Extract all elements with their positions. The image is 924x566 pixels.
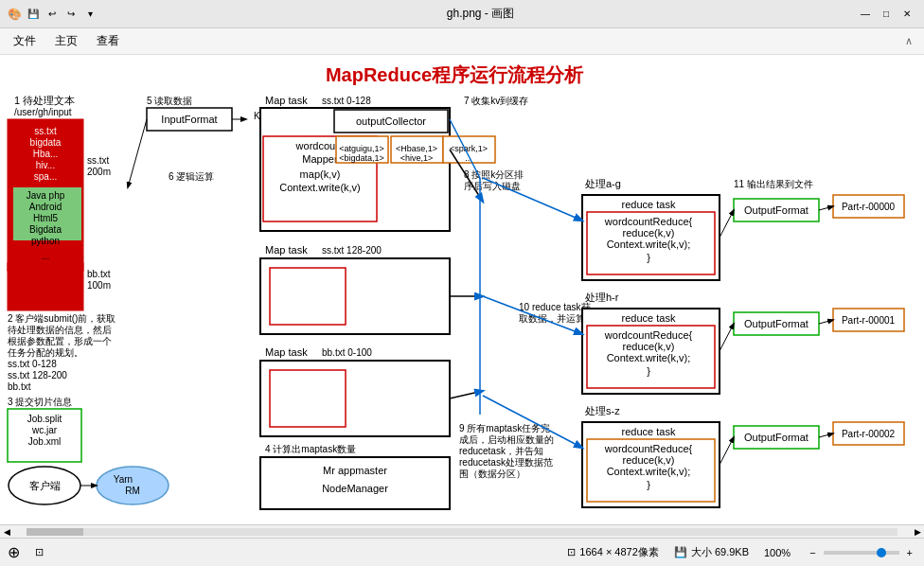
svg-text:Job.split: Job.split: [27, 414, 62, 424]
svg-text:hiv...: hiv...: [36, 160, 55, 170]
svg-text:11 输出结果到文件: 11 输出结果到文件: [734, 179, 813, 189]
svg-text:RM: RM: [125, 486, 140, 496]
svg-text:...: ...: [42, 251, 49, 261]
svg-text:Context.write(k,v);: Context.write(k,v);: [607, 466, 691, 477]
svg-line-130: [819, 206, 833, 210]
svg-text:ss.txt 128-200: ss.txt 128-200: [8, 370, 67, 380]
svg-text:bb.txt 0-100: bb.txt 0-100: [322, 347, 372, 358]
svg-text:<Hbase,1>: <Hbase,1>: [396, 144, 437, 153]
app-window: 🎨 💾 ↩ ↪ ▾ gh.png - 画图 — □ ✕ 文件 主页 查看 ∧ M…: [0, 0, 924, 566]
svg-text:6 逻辑运算: 6 逻辑运算: [169, 171, 214, 182]
svg-text:Map task: Map task: [265, 95, 308, 106]
minimize-button[interactable]: —: [856, 5, 875, 24]
svg-text:2 客户端submit()前，获取: 2 客户端submit()前，获取: [8, 313, 116, 324]
svg-text:Context.write(k,v);: Context.write(k,v);: [607, 239, 691, 250]
dropdown-icon[interactable]: ▾: [82, 7, 98, 22]
close-button[interactable]: ✕: [897, 5, 916, 24]
svg-line-134: [483, 178, 582, 221]
svg-text:ss.txt 128-200: ss.txt 128-200: [322, 245, 382, 256]
svg-line-129: [720, 437, 734, 465]
svg-text:OutputFormat: OutputFormat: [744, 432, 808, 443]
svg-line-128: [720, 324, 734, 351]
svg-text:Context.write(k,v);: Context.write(k,v);: [607, 352, 691, 363]
svg-text:客户端: 客户端: [29, 480, 61, 491]
svg-text:围（数据分区）: 围（数据分区）: [459, 469, 525, 479]
svg-text:Yarn: Yarn: [114, 474, 133, 485]
zoom-slider[interactable]: [824, 551, 899, 555]
scroll-thumb[interactable]: [27, 528, 83, 536]
svg-line-82: [450, 391, 483, 398]
scroll-right-button[interactable]: ▶: [911, 525, 924, 539]
svg-text:200m: 200m: [87, 167, 111, 177]
redo-icon[interactable]: ↪: [63, 7, 79, 22]
svg-text:Map task: Map task: [265, 346, 308, 358]
svg-text:Part-r-00001: Part-r-00001: [842, 315, 896, 326]
svg-text:python: python: [31, 236, 60, 246]
svg-text:ss.txt 0-128: ss.txt 0-128: [322, 96, 371, 106]
scroll-left-button[interactable]: ◀: [0, 525, 13, 539]
svg-line-127: [720, 210, 734, 238]
svg-text:wordcountReduce{: wordcountReduce{: [604, 443, 693, 454]
svg-text:}: }: [647, 479, 650, 490]
svg-text:Hba...: Hba...: [33, 149, 59, 159]
horizontal-scrollbar[interactable]: ◀ ▶: [0, 524, 924, 538]
svg-text:reduce(k,v): reduce(k,v): [622, 454, 674, 466]
svg-text:处理h-r: 处理h-r: [585, 292, 619, 303]
title-bar: 🎨 💾 ↩ ↪ ▾ gh.png - 画图 — □ ✕: [0, 0, 924, 28]
dimensions-text: 1664 × 4872像素: [579, 545, 658, 559]
menu-home[interactable]: 主页: [45, 29, 87, 53]
zoom-display: 100%: [764, 547, 791, 558]
svg-text:Bigdata: Bigdata: [29, 224, 62, 235]
svg-text:reduce task: reduce task: [622, 426, 676, 437]
svg-text:处理s-z: 处理s-z: [585, 405, 620, 416]
svg-text:reduce task: reduce task: [622, 312, 676, 324]
save-icon[interactable]: 💾: [26, 7, 41, 22]
svg-text:reducetask，并告知: reducetask，并告知: [459, 446, 543, 456]
svg-text:3 提交切片信息: 3 提交切片信息: [8, 397, 72, 407]
svg-text:wc.jar: wc.jar: [31, 425, 58, 435]
svg-text:处理a-g: 处理a-g: [585, 178, 621, 189]
svg-text:成后，启动相应数量的: 成后，启动相应数量的: [459, 434, 554, 445]
svg-text:InputFormat: InputFormat: [161, 114, 217, 125]
svg-text:bigdata: bigdata: [30, 137, 62, 148]
svg-line-132: [819, 433, 833, 437]
svg-text:Html5: Html5: [33, 213, 59, 223]
svg-text:reducetask处理数据范: reducetask处理数据范: [459, 457, 553, 468]
menu-file[interactable]: 文件: [4, 29, 45, 53]
zoom-plus-button[interactable]: +: [903, 547, 916, 558]
svg-text:OutputFormat: OutputFormat: [744, 318, 808, 329]
svg-rect-68: [270, 268, 346, 325]
svg-text:<atguigu,1>: <atguigu,1>: [339, 144, 384, 153]
svg-rect-21: [9, 265, 81, 309]
svg-text:bb.txt: bb.txt: [8, 381, 31, 392]
svg-text:Mapper: Mapper: [302, 153, 338, 165]
svg-text:Android: Android: [29, 202, 62, 212]
svg-text:<bigdata,1>: <bigdata,1>: [339, 153, 384, 163]
status-bar: ⊕ ⊡ ⊡ 1664 × 4872像素 💾 大小 69.9KB 100% − +: [0, 538, 924, 566]
menu-view[interactable]: 查看: [87, 29, 129, 53]
maximize-button[interactable]: □: [877, 5, 896, 24]
svg-text:5 读取数据: 5 读取数据: [147, 96, 192, 106]
svg-text:<hive,1>: <hive,1>: [400, 153, 434, 163]
scroll-track[interactable]: [27, 528, 897, 536]
svg-text:ss.txt 0-128: ss.txt 0-128: [8, 359, 57, 369]
svg-text:根据参数配置，形成一个: 根据参数配置，形成一个: [8, 336, 112, 346]
zoom-thumb[interactable]: [877, 548, 886, 557]
svg-text:Java php: Java php: [27, 190, 65, 201]
expand-icon[interactable]: ∧: [905, 35, 920, 47]
svg-text:reduce(k,v): reduce(k,v): [622, 227, 674, 239]
svg-text:wordcountReduce{: wordcountReduce{: [604, 329, 693, 341]
diagram-container[interactable]: MapReduce程序运行流程分析 1 待处理文本 /user/gh/input…: [0, 55, 924, 524]
status-add[interactable]: ⊕: [8, 543, 20, 561]
svg-text:bb.txt: bb.txt: [87, 269, 111, 279]
undo-icon[interactable]: ↩: [44, 7, 60, 22]
zoom-minus-button[interactable]: −: [806, 547, 819, 558]
svg-text:ss.txt: ss.txt: [34, 126, 57, 136]
svg-text:Part-r-00000: Part-r-00000: [842, 202, 896, 212]
svg-text:Context.write(k,v): Context.write(k,v): [279, 182, 361, 193]
zoom-controls: − +: [806, 547, 916, 558]
svg-text:spa...: spa...: [34, 171, 57, 182]
window-controls: — □ ✕: [856, 5, 916, 24]
svg-text:7 收集kv到缓存: 7 收集kv到缓存: [464, 96, 528, 106]
svg-text:100m: 100m: [87, 280, 111, 291]
